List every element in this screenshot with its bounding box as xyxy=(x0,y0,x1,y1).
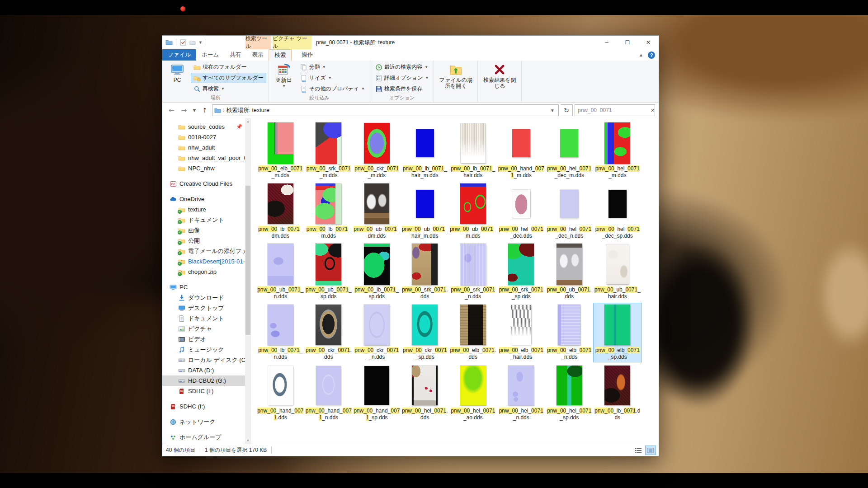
search-box[interactable]: ✕ xyxy=(575,104,655,116)
sidebar-item-ダウンロード[interactable]: ダウンロード xyxy=(162,292,245,303)
sidebar-item-ドキュメント[interactable]: ✓ドキュメント xyxy=(162,215,245,225)
file-item[interactable]: pnw_00_lb_0071_m.dds xyxy=(305,182,353,241)
address-dropdown-icon[interactable]: ▼ xyxy=(548,108,557,113)
ribbon-button-folder[interactable]: 現在のフォルダー xyxy=(191,62,266,72)
ribbon-button-open-location[interactable]: ファイルの場所を開く xyxy=(436,62,475,90)
file-item[interactable]: pnw_00_hand_0071_sp.dds xyxy=(353,364,401,422)
file-item[interactable]: pnw_00_hand_0071.dds xyxy=(256,364,305,422)
sidebar-item-BlackDesert[2015-01-10][interactable]: ✓BlackDesert[2015-01-10] xyxy=(162,256,245,267)
file-item[interactable]: pnw_00_elb_0071.dds xyxy=(449,303,497,362)
sidebar-item-ピクチャ[interactable]: ピクチャ xyxy=(162,324,245,334)
sidebar-item-texture[interactable]: ✓texture xyxy=(162,204,245,215)
scrollbar-thumb[interactable] xyxy=(245,186,250,335)
file-item[interactable]: pnw_00_elb_0071_m.dds xyxy=(256,122,305,180)
sidebar-item-ビデオ[interactable]: ビデオ xyxy=(162,334,245,344)
sidebar-item-デスクトップ[interactable]: デスクトップ xyxy=(162,303,245,313)
forward-button[interactable]: → xyxy=(179,105,189,116)
breadcrumb[interactable]: 検索場所: texture xyxy=(226,107,547,114)
sidebar-item-ミュージック[interactable]: ミュージック xyxy=(162,344,245,355)
file-item[interactable]: pnw_00_hel_0071_sp.dds xyxy=(545,364,594,422)
ribbon-button-advanced[interactable]: 詳細オプション▼ xyxy=(373,73,431,83)
refresh-button[interactable]: ↻ xyxy=(561,104,573,116)
sidebar-item-ドキュメント[interactable]: ドキュメント xyxy=(162,313,245,324)
qat-new-folder-icon[interactable] xyxy=(189,39,196,46)
qat-properties-icon[interactable] xyxy=(179,39,187,46)
file-item[interactable]: pnw_00_hand_0071_m.dds xyxy=(497,122,546,180)
address-bar[interactable]: › 検索場所: texture ▼ xyxy=(212,104,559,116)
file-item[interactable]: pnw_00_hel_0071_ao.dds xyxy=(449,364,497,422)
sidebar-item-ローカル ディスク (C:)[interactable]: ローカル ディスク (C:) xyxy=(162,355,245,365)
sidebar-item-NPC_nhw[interactable]: NPC_nhw xyxy=(162,163,245,174)
file-item[interactable]: pnw_00_hel_0071_n.dds xyxy=(497,364,546,422)
qat-customize-chevron-icon[interactable]: ▼ xyxy=(198,40,203,45)
sidebar-item-ホームグループ[interactable]: ホームグループ xyxy=(162,432,245,442)
sidebar-item-PC[interactable]: PC xyxy=(162,282,245,292)
file-item[interactable]: pnw_00_ckr_0071.dds xyxy=(305,303,353,362)
file-item[interactable]: pnw_00_ckr_0071_n.dds xyxy=(353,303,401,362)
clear-search-icon[interactable]: ✕ xyxy=(651,108,655,113)
ribbon-button-size[interactable]: サイズ▼ xyxy=(297,73,368,83)
sidebar-item-SDHC (I:)[interactable]: SDSDHC (I:) xyxy=(162,401,245,412)
file-item[interactable]: pnw_00_lb_0071_sp.dds xyxy=(353,243,401,301)
scroll-up-icon[interactable]: ▲ xyxy=(245,118,251,125)
file-item[interactable]: pnw_00_elb_0071_hair.dds xyxy=(497,303,546,362)
tab-ファイル[interactable]: ファイル xyxy=(162,49,196,61)
sidebar-item-chogori.zip[interactable]: ✓chogori.zip xyxy=(162,267,245,277)
sidebar-scrollbar[interactable]: ▲ ▼ xyxy=(245,118,251,444)
file-item[interactable]: pnw_00_hel_0071_dec_n.dds xyxy=(545,182,594,241)
sidebar-item-Creative Cloud Files[interactable]: CcCreative Cloud Files xyxy=(162,178,245,189)
file-item[interactable]: pnw_00_ub_0071_dm.dds xyxy=(353,182,401,241)
context-tab-picture-tools[interactable]: ピクチャ ツール xyxy=(273,36,311,49)
file-item[interactable]: pnw_00_hel_0071_m.dds xyxy=(594,122,642,180)
ribbon-button-pc[interactable]: PC xyxy=(165,62,190,84)
file-item[interactable]: pnw_00_hand_0071_n.dds xyxy=(305,364,353,422)
file-item[interactable]: pnw_00_ckr_0071_m.dds xyxy=(353,122,401,180)
tab-ホーム[interactable]: ホーム xyxy=(196,49,224,61)
file-item[interactable]: pnw_00_lb_0071_dm.dds xyxy=(256,182,305,241)
back-button[interactable]: ← xyxy=(166,105,177,116)
sidebar-item-HD-CBU2 (G:)[interactable]: HD-CBU2 (G:) xyxy=(162,375,245,386)
file-item[interactable]: pnw_00_ub_0071_m.dds xyxy=(449,182,497,241)
file-item[interactable]: pnw_00_hel_0071_dec_m.dds xyxy=(545,122,594,180)
file-item[interactable]: pnw_00_ub_0071_n.dds xyxy=(256,243,305,301)
details-view-button[interactable] xyxy=(633,446,644,455)
close-button[interactable]: ✕ xyxy=(638,36,659,49)
file-item[interactable]: pnw_00_srk_0071_m.dds xyxy=(305,122,353,180)
file-item[interactable]: pnw_00_ub_0071.dds xyxy=(545,243,594,301)
context-tab-search-tools[interactable]: 検索ツール xyxy=(245,36,271,49)
tab-表示[interactable]: 表示 xyxy=(246,49,269,61)
file-item[interactable]: pnw_00_srk_0071_n.dds xyxy=(449,243,497,301)
tab-共有[interactable]: 共有 xyxy=(224,49,246,61)
ribbon-button-research[interactable]: 再検索▼ xyxy=(191,84,266,94)
minimize-button[interactable]: ─ xyxy=(596,36,617,49)
ribbon-button-kind[interactable]: 分類▼ xyxy=(297,62,368,72)
sidebar-item-source_codes[interactable]: source_codes📌 xyxy=(162,122,245,132)
sidebar-item-nhw_adult[interactable]: nhw_adult xyxy=(162,142,245,153)
file-item[interactable]: pnw_00_lb_0071_n.dds xyxy=(256,303,305,362)
maximize-button[interactable]: ☐ xyxy=(617,36,638,49)
file-item[interactable]: pnw_00_hel_0071_dec_sp.dds xyxy=(594,182,642,241)
sidebar-item-0018-0027[interactable]: 0018-0027 xyxy=(162,132,245,142)
sidebar-item-電子メールの添付ファイル[interactable]: ✓電子メールの添付ファイル xyxy=(162,246,245,256)
ribbon-button-props[interactable]: その他のプロパティ▼ xyxy=(297,84,368,94)
file-item[interactable]: pnw_00_elb_0071_sp.dds xyxy=(594,303,642,362)
scroll-down-icon[interactable]: ▼ xyxy=(245,437,251,444)
ribbon-button-recent[interactable]: 最近の検索内容▼ xyxy=(373,62,431,72)
ribbon-button-save[interactable]: 検索条件を保存 xyxy=(373,84,431,94)
file-item[interactable]: pnw_00_srk_0071.dds xyxy=(401,243,449,301)
file-item[interactable]: pnw_00_ub_0071_hair.dds xyxy=(594,243,642,301)
up-button[interactable]: ↑ xyxy=(199,105,210,116)
search-input[interactable] xyxy=(575,107,651,113)
sidebar-item-DATA (D:)[interactable]: DATA (D:) xyxy=(162,365,245,375)
sidebar-item-SDHC (I:)[interactable]: SDSDHC (I:) xyxy=(162,386,245,396)
file-item[interactable]: pnw_00_lb_0071_hair.dds xyxy=(449,122,497,180)
ribbon-button-close-search[interactable]: 検索結果を閉じる xyxy=(480,62,519,90)
file-item[interactable]: pnw_00_hel_0071.dds xyxy=(401,364,449,422)
ribbon-button-calendar[interactable]: 更新日▼ xyxy=(271,62,297,90)
sidebar-item-公開[interactable]: ✓公開 xyxy=(162,235,245,246)
sidebar-item-画像[interactable]: ✓画像 xyxy=(162,225,245,235)
file-item[interactable]: pnw_00_elb_0071_n.dds xyxy=(545,303,594,362)
recent-locations-chevron-icon[interactable]: ▼ xyxy=(191,105,198,116)
file-item[interactable]: pnw_00_hel_0071_dec.dds xyxy=(497,182,546,241)
file-item[interactable]: pnw_00_lb_0071_hair_m.dds xyxy=(401,122,449,180)
